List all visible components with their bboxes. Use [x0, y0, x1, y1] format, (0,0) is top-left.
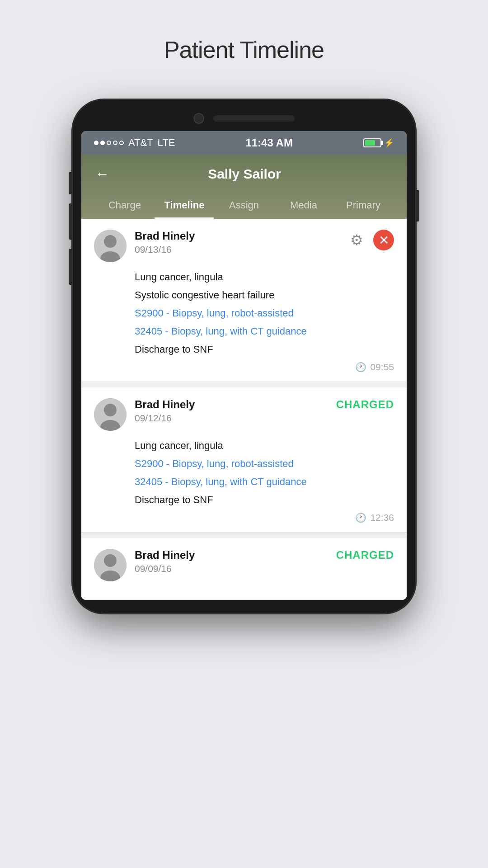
- tab-bar: Charge Timeline Assign Media Primary: [95, 193, 393, 219]
- card-user-info-2: Brad Hinely 09/12/16: [135, 398, 336, 424]
- card-date-2: 09/12/16: [135, 413, 336, 424]
- status-left: AT&T LTE: [94, 137, 175, 149]
- card-footer-1: 🕐 09:55: [135, 362, 394, 373]
- card-gap-1: [81, 382, 407, 387]
- battery-icon: [363, 138, 381, 147]
- header-top: ← Sally Sailor: [95, 164, 393, 184]
- signal-dot-5: [119, 141, 124, 145]
- status-bar: AT&T LTE 11:43 AM ⚡: [81, 131, 407, 155]
- svg-point-4: [104, 404, 117, 416]
- status-right: ⚡: [363, 138, 394, 148]
- timeline-card-3: Brad Hinely 09/09/16 CHARGED: [81, 538, 407, 600]
- battery-fill: [365, 140, 375, 146]
- tab-assign[interactable]: Assign: [214, 193, 274, 219]
- timeline-card-2: Brad Hinely 09/12/16 CHARGED Lung cancer…: [81, 387, 407, 533]
- tab-timeline[interactable]: Timeline: [155, 193, 214, 219]
- timeline-card-1: Brad Hinely 09/13/16 ⚙ ✕ Lung cancer, li…: [81, 219, 407, 382]
- card-gap-2: [81, 533, 407, 538]
- card-body-2: Lung cancer, lingula S2900 - Biopsy, lun…: [94, 440, 394, 523]
- discharge-1: Discharge to SNF: [135, 344, 394, 355]
- card-time-1: 09:55: [370, 362, 394, 373]
- signal-dot-4: [113, 141, 117, 145]
- phone-top-bar: [81, 113, 407, 124]
- card-header-1: Brad Hinely 09/13/16 ⚙ ✕: [94, 230, 394, 262]
- svg-point-1: [104, 235, 117, 248]
- card-footer-2: 🕐 12:36: [135, 512, 394, 523]
- card-header-2: Brad Hinely 09/12/16 CHARGED: [94, 398, 394, 431]
- procedure-2-2[interactable]: 32405 - Biopsy, lung, with CT guidance: [135, 476, 394, 488]
- provider-name-2: Brad Hinely: [135, 398, 336, 411]
- card-user-info-3: Brad Hinely 09/09/16: [135, 549, 336, 574]
- card-date-3: 09/09/16: [135, 563, 336, 574]
- card-body-1: Lung cancer, lingula Systolic congestive…: [94, 271, 394, 373]
- screen: AT&T LTE 11:43 AM ⚡ ← Sally Sailor Charg…: [81, 131, 407, 600]
- discharge-2: Discharge to SNF: [135, 494, 394, 506]
- settings-button-1[interactable]: ⚙: [346, 230, 367, 250]
- card-header-3: Brad Hinely 09/09/16 CHARGED: [94, 549, 394, 581]
- signal-dot-3: [107, 141, 111, 145]
- provider-name-1: Brad Hinely: [135, 230, 346, 242]
- clock-icon-2: 🕐: [355, 512, 366, 523]
- avatar-1: [94, 230, 127, 262]
- card-actions-1: ⚙ ✕: [346, 230, 394, 250]
- mute-button: [69, 172, 72, 194]
- charged-badge-3: CHARGED: [336, 549, 394, 561]
- clock-icon-1: 🕐: [355, 362, 366, 373]
- procedure-1-2[interactable]: 32405 - Biopsy, lung, with CT guidance: [135, 326, 394, 337]
- volume-up-button: [69, 203, 72, 240]
- carrier-label: AT&T: [128, 137, 153, 149]
- procedure-2-1[interactable]: S2900 - Biopsy, lung, robot-assisted: [135, 458, 394, 470]
- network-label: LTE: [158, 137, 175, 149]
- card-time-2: 12:36: [370, 512, 394, 523]
- status-time: 11:43 AM: [245, 137, 292, 149]
- power-button: [416, 190, 419, 222]
- tab-media[interactable]: Media: [274, 193, 333, 219]
- card-actions-2: CHARGED: [336, 398, 394, 411]
- timeline-content: Brad Hinely 09/13/16 ⚙ ✕ Lung cancer, li…: [81, 219, 407, 600]
- patient-name-title: Sally Sailor: [114, 166, 375, 182]
- page-title: Patient Timeline: [164, 36, 324, 63]
- diagnosis-1-2: Systolic congestive heart failure: [135, 289, 394, 301]
- camera: [193, 113, 204, 124]
- speaker: [213, 115, 295, 122]
- provider-name-3: Brad Hinely: [135, 549, 336, 561]
- charged-badge-2: CHARGED: [336, 398, 394, 411]
- charging-icon: ⚡: [384, 138, 394, 148]
- card-actions-3: CHARGED: [336, 549, 394, 561]
- tab-charge[interactable]: Charge: [95, 193, 155, 219]
- volume-down-button: [69, 249, 72, 285]
- avatar-2: [94, 398, 127, 431]
- diagnosis-2-1: Lung cancer, lingula: [135, 440, 394, 452]
- signal-dots: [94, 141, 124, 145]
- procedure-1-1[interactable]: S2900 - Biopsy, lung, robot-assisted: [135, 307, 394, 319]
- diagnosis-1-1: Lung cancer, lingula: [135, 271, 394, 283]
- avatar-3: [94, 549, 127, 581]
- back-button[interactable]: ←: [95, 164, 114, 184]
- signal-dot-2: [100, 141, 105, 145]
- phone-shell: AT&T LTE 11:43 AM ⚡ ← Sally Sailor Charg…: [72, 99, 416, 613]
- card-date-1: 09/13/16: [135, 244, 346, 255]
- svg-point-7: [104, 554, 117, 567]
- close-button-1[interactable]: ✕: [373, 230, 394, 250]
- card-user-info-1: Brad Hinely 09/13/16: [135, 230, 346, 255]
- signal-dot-1: [94, 141, 99, 145]
- tab-primary[interactable]: Primary: [333, 193, 393, 219]
- app-header: ← Sally Sailor Charge Timeline Assign Me…: [81, 155, 407, 219]
